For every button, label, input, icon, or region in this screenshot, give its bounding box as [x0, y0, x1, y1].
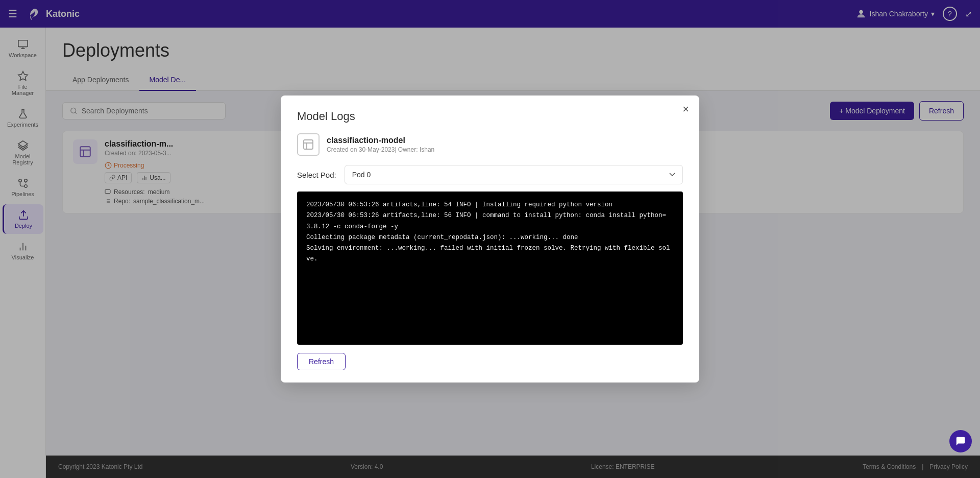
modal-model-meta: Created on 30-May-2023| Owner: Ishan	[327, 146, 434, 153]
model-logs-modal: × Model Logs classifiaction-model Create…	[281, 95, 699, 383]
modal-model-icon	[302, 138, 314, 151]
modal-model-name: classifiaction-model	[327, 136, 434, 145]
log-line-1: 2023/05/30 06:53:26 artifacts,line: 54 I…	[306, 200, 674, 210]
svg-rect-25	[304, 140, 313, 149]
select-pod-row: Select Pod: Pod 0 Pod 1 Pod 2	[297, 165, 683, 184]
log-terminal: 2023/05/30 06:53:26 artifacts,line: 54 I…	[297, 192, 683, 345]
modal-model-icon-box	[297, 133, 320, 156]
log-line-4: Solving environment: ...working... faile…	[306, 243, 674, 265]
modal-model-header: classifiaction-model Created on 30-May-2…	[297, 133, 683, 156]
chat-icon	[955, 436, 966, 447]
pod-select[interactable]: Pod 0 Pod 1 Pod 2	[345, 165, 683, 184]
modal-overlay[interactable]: × Model Logs classifiaction-model Create…	[0, 0, 980, 478]
log-line-3: Collecting package metadata (current_rep…	[306, 232, 674, 243]
modal-refresh-button[interactable]: Refresh	[297, 353, 346, 370]
modal-title: Model Logs	[297, 110, 683, 123]
modal-model-info: classifiaction-model Created on 30-May-2…	[327, 136, 434, 153]
chat-bubble-button[interactable]	[949, 430, 972, 452]
select-pod-label: Select Pod:	[297, 171, 336, 179]
log-line-2: 2023/05/30 06:53:26 artifacts,line: 56 I…	[306, 210, 674, 232]
modal-close-button[interactable]: ×	[682, 104, 689, 115]
